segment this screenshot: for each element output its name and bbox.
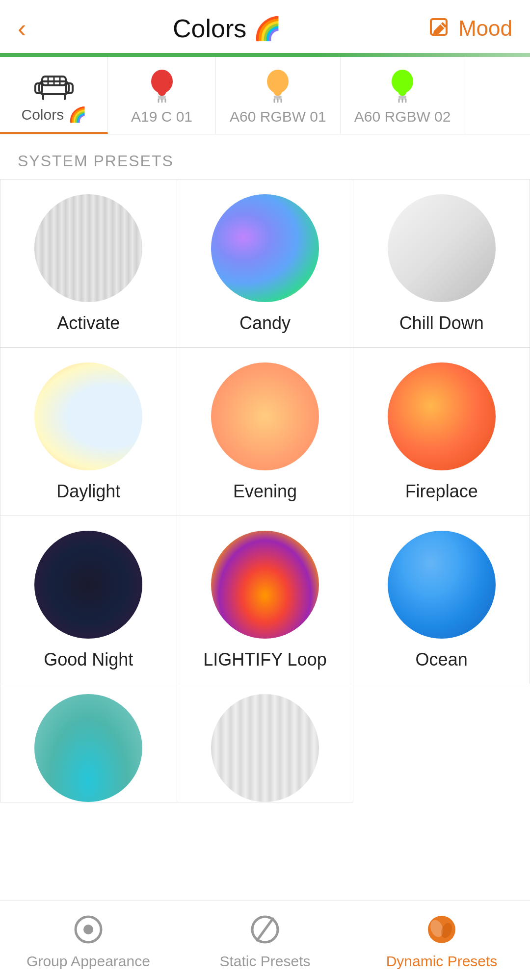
- preset-ocean[interactable]: Ocean: [353, 516, 530, 684]
- tab-a60rgbw01[interactable]: A60 RGBW 01: [216, 57, 341, 134]
- tab-colors-label: Colors 🌈: [21, 106, 86, 123]
- bulb-orange-wrap: [258, 70, 297, 104]
- svg-point-11: [151, 70, 173, 93]
- tab-a60rgbw02[interactable]: A60 RGBW 02: [341, 57, 465, 134]
- preset-good-night-circle: [34, 531, 142, 639]
- preset-activate[interactable]: Activate: [0, 180, 177, 348]
- preset-evening-name: Evening: [233, 481, 297, 502]
- svg-point-30: [83, 925, 93, 934]
- tab-a19c01-label: A19 C 01: [131, 108, 192, 125]
- preset-candy-name: Candy: [239, 313, 291, 334]
- preset-partial-2[interactable]: [177, 684, 354, 802]
- preset-activate-circle: [34, 194, 142, 302]
- nav-dynamic-presets[interactable]: Dynamic Presets: [353, 901, 530, 980]
- nav-static-presets-label: Static Presets: [219, 953, 310, 970]
- back-button[interactable]: ‹: [18, 16, 26, 41]
- preset-partial-1[interactable]: [0, 684, 177, 802]
- tab-a60rgbw02-text: A60 RGBW 02: [354, 108, 451, 125]
- preset-lightify-loop[interactable]: LIGHTIFY Loop: [177, 516, 354, 684]
- device-tabs: Colors 🌈 A19 C 01: [0, 57, 530, 134]
- bulb-green-icon: [385, 68, 420, 107]
- tab-a60rgbw01-text: A60 RGBW 01: [230, 108, 326, 125]
- bulb-orange-icon: [261, 68, 295, 107]
- edit-icon: [428, 16, 452, 41]
- preset-grid: Activate Candy Chill Down Daylight Eveni…: [0, 179, 530, 802]
- page-title: Colors 🌈: [173, 14, 281, 43]
- preset-chill-down[interactable]: Chill Down: [353, 180, 530, 348]
- static-presets-icon: [249, 914, 281, 945]
- preset-ocean-circle: [388, 531, 496, 639]
- preset-daylight-name: Daylight: [56, 481, 120, 502]
- tab-a60rgbw01-label: A60 RGBW 01: [230, 108, 326, 125]
- sofa-icon-wrap: [34, 68, 74, 102]
- nav-group-appearance[interactable]: Group Appearance: [0, 901, 177, 980]
- title-rainbow-icon: 🌈: [253, 15, 281, 42]
- bottom-nav: Group Appearance Static Presets Dynamic …: [0, 901, 530, 980]
- preset-partial2-circle: [211, 694, 319, 802]
- tab-a19c01-text: A19 C 01: [131, 108, 192, 125]
- tab-a19c01[interactable]: A19 C 01: [108, 57, 216, 134]
- preset-fireplace[interactable]: Fireplace: [353, 348, 530, 516]
- preset-chill-down-name: Chill Down: [399, 313, 484, 334]
- header: ‹ Colors 🌈 Mood: [0, 0, 530, 53]
- preset-lightify-loop-name: LIGHTIFY Loop: [203, 649, 326, 670]
- mood-label: Mood: [458, 16, 512, 41]
- dynamic-presets-icon: [426, 914, 457, 945]
- preset-fireplace-name: Fireplace: [405, 481, 478, 502]
- bulb-red-wrap: [142, 70, 182, 104]
- dynamic-presets-icon-wrap: [424, 912, 459, 947]
- mood-button[interactable]: Mood: [428, 16, 512, 41]
- preset-fireplace-circle: [388, 362, 496, 470]
- title-text: Colors: [173, 14, 246, 43]
- group-appearance-icon-wrap: [71, 912, 106, 947]
- sofa-icon: [34, 68, 74, 102]
- preset-good-night[interactable]: Good Night: [0, 516, 177, 684]
- svg-point-23: [392, 70, 413, 93]
- preset-candy-circle: [211, 194, 319, 302]
- preset-partial1-circle: [34, 694, 142, 802]
- tab-colors[interactable]: Colors 🌈: [0, 57, 108, 134]
- nav-group-appearance-label: Group Appearance: [26, 953, 150, 970]
- group-appearance-icon: [73, 914, 104, 945]
- nav-dynamic-presets-label: Dynamic Presets: [386, 953, 498, 970]
- preset-chill-down-circle: [388, 194, 496, 302]
- nav-static-presets[interactable]: Static Presets: [177, 901, 353, 980]
- preset-partial-3: [353, 684, 530, 802]
- top-color-bar: [0, 53, 530, 57]
- static-presets-icon-wrap: [247, 912, 283, 947]
- preset-evening-circle: [211, 362, 319, 470]
- bulb-green-wrap: [383, 70, 422, 104]
- preset-good-night-name: Good Night: [44, 649, 133, 670]
- preset-daylight[interactable]: Daylight: [0, 348, 177, 516]
- preset-activate-name: Activate: [57, 313, 120, 334]
- preset-daylight-circle: [34, 362, 142, 470]
- tab-a60rgbw02-label: A60 RGBW 02: [354, 108, 451, 125]
- preset-candy[interactable]: Candy: [177, 180, 354, 348]
- preset-evening[interactable]: Evening: [177, 348, 354, 516]
- preset-lightify-loop-circle: [211, 531, 319, 639]
- svg-point-17: [267, 70, 289, 93]
- preset-ocean-name: Ocean: [416, 649, 468, 670]
- bulb-red-icon: [145, 68, 179, 107]
- section-label: SYSTEM PRESETS: [0, 134, 530, 179]
- svg-line-32: [257, 919, 273, 940]
- tab-colors-text: Colors 🌈: [21, 106, 86, 123]
